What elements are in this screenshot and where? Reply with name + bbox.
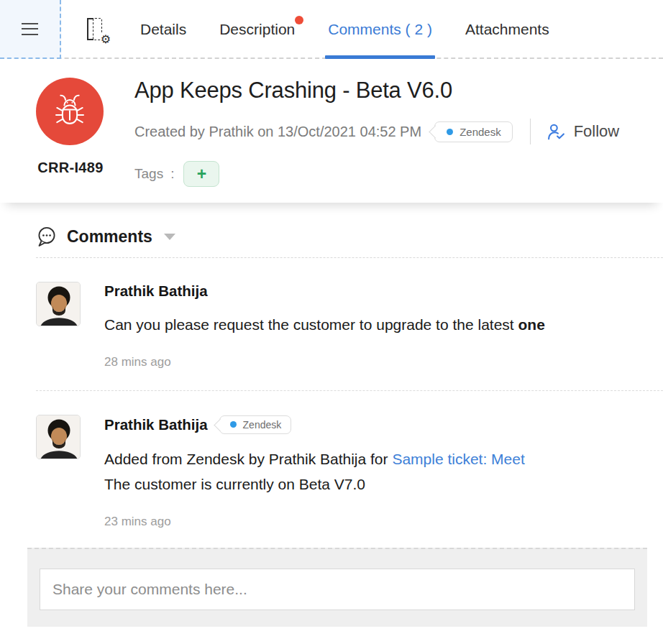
- comments-section-title: Comments: [67, 227, 152, 247]
- hamburger-icon: [22, 23, 38, 35]
- layout-customize-icon[interactable]: ⚙: [87, 17, 109, 42]
- bug-icon: [36, 78, 104, 145]
- hamburger-menu-button[interactable]: [0, 0, 61, 59]
- comment-body: Added from Zendesk by Prathik Bathija fo…: [104, 446, 525, 497]
- speech-bubble-icon: [36, 226, 58, 248]
- comment-input[interactable]: [40, 569, 635, 610]
- source-badge: Zendesk: [434, 121, 513, 142]
- comment-item-1: Prathik Bathija Can you please request t…: [0, 258, 663, 369]
- comment-author: Prathik Bathija: [104, 416, 208, 433]
- source-badge: Zendesk: [219, 415, 292, 434]
- comment-item-2: Prathik Bathija Zendesk Added from Zende…: [0, 391, 663, 529]
- tab-list: ⚙ Details Description Comments ( 2 ) Att…: [87, 0, 551, 59]
- add-tag-button[interactable]: +: [183, 161, 219, 187]
- ticket-id: CRR-I489: [36, 160, 105, 176]
- tab-details[interactable]: Details: [139, 0, 188, 59]
- ticket-meta-row: Created by Prathik on 13/Oct/2021 04:52 …: [134, 119, 663, 144]
- avatar: [36, 282, 81, 326]
- zendesk-dot-icon: [447, 129, 453, 135]
- comments-section-header: Comments: [36, 226, 663, 248]
- tab-bar: ⚙ Details Description Comments ( 2 ) Att…: [0, 0, 663, 59]
- comment-author: Prathik Bathija: [104, 282, 208, 300]
- vertical-divider: [530, 119, 531, 144]
- zendesk-dot-icon: [230, 421, 237, 428]
- plus-icon: +: [197, 165, 206, 183]
- comment-body: Can you please request the customer to u…: [104, 312, 545, 338]
- follow-label: Follow: [574, 122, 620, 141]
- ticket-id-block: CRR-I489: [36, 78, 105, 187]
- page-title: App Keeps Crashing - Beta V6.0: [134, 78, 663, 104]
- chevron-down-icon[interactable]: [164, 234, 175, 240]
- follow-button[interactable]: Follow: [547, 122, 620, 141]
- avatar: [36, 415, 81, 459]
- gear-icon: ⚙: [101, 34, 111, 45]
- ticket-header: CRR-I489 App Keeps Crashing - Beta V6.0 …: [0, 59, 663, 203]
- sample-ticket-link[interactable]: Sample ticket: Meet: [392, 451, 524, 467]
- follow-user-check-icon: [547, 123, 566, 141]
- comment-input-container: [27, 548, 647, 627]
- tags-label: Tags: [134, 166, 163, 182]
- red-notification-dot: [295, 16, 303, 24]
- tags-row: Tags : +: [134, 161, 663, 187]
- tab-attachments[interactable]: Attachments: [464, 0, 551, 59]
- tab-description[interactable]: Description: [218, 0, 296, 59]
- comment-timestamp: 23 mins ago: [104, 515, 525, 529]
- comments-section: Comments Prathik Bathija Can you please …: [0, 226, 663, 627]
- tab-comments[interactable]: Comments ( 2 ): [326, 0, 434, 59]
- comment-timestamp: 28 mins ago: [104, 355, 545, 369]
- created-by-text: Created by Prathik on 13/Oct/2021 04:52 …: [134, 124, 421, 140]
